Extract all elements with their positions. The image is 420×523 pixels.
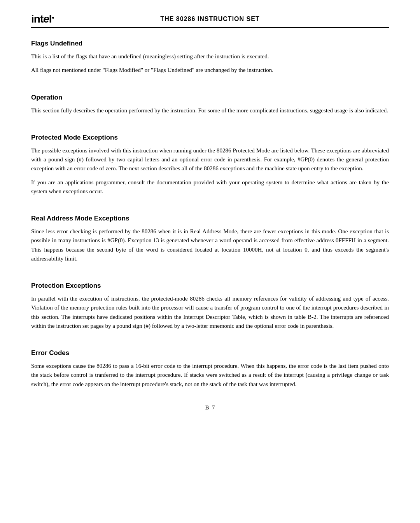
section-title-error-codes: Error Codes [31,349,389,357]
section-title-protected-mode-exceptions: Protected Mode Exceptions [31,134,389,142]
paragraph: Since less error checking is performed b… [31,227,389,263]
section-protected-mode-exceptions: Protected Mode Exceptions The possible e… [31,134,389,196]
page: intel THE 80286 INSTRUCTION SET Flags Un… [0,0,420,523]
paragraph: The possible exceptions involved with th… [31,146,389,173]
section-title-protection-exceptions: Protection Exceptions [31,282,389,290]
section-body-real-address-mode-exceptions: Since less error checking is performed b… [31,227,389,263]
paragraph: If you are an applications programmer, c… [31,178,389,196]
header-title: THE 80286 INSTRUCTION SET [160,16,259,23]
section-operation: Operation This section fully describes t… [31,94,389,115]
section-body-flags-undefined: This is a list of the flags that have an… [31,52,389,75]
paragraph: This is a list of the flags that have an… [31,52,389,61]
section-body-operation: This section fully describes the operati… [31,106,389,115]
section-error-codes: Error Codes Some exceptions cause the 80… [31,349,389,389]
section-body-error-codes: Some exceptions cause the 80286 to pass … [31,362,389,389]
section-real-address-mode-exceptions: Real Address Mode Exceptions Since less … [31,215,389,263]
page-number: B–7 [205,404,215,411]
page-footer: B–7 [31,404,389,411]
paragraph: This section fully describes the operati… [31,106,389,115]
section-body-protection-exceptions: In parallel with the execution of instru… [31,294,389,331]
page-header: intel THE 80286 INSTRUCTION SET [31,16,389,28]
intel-logo: intel [31,13,54,25]
section-title-operation: Operation [31,94,389,101]
section-title-flags-undefined: Flags Undefined [31,40,389,47]
paragraph: Some exceptions cause the 80286 to pass … [31,362,389,389]
section-protection-exceptions: Protection Exceptions In parallel with t… [31,282,389,331]
section-title-real-address-mode-exceptions: Real Address Mode Exceptions [31,215,389,222]
paragraph: All flags not mentioned under "Flags Mod… [31,66,389,75]
paragraph: In parallel with the execution of instru… [31,294,389,331]
section-body-protected-mode-exceptions: The possible exceptions involved with th… [31,146,389,196]
section-flags-undefined: Flags Undefined This is a list of the fl… [31,40,389,75]
